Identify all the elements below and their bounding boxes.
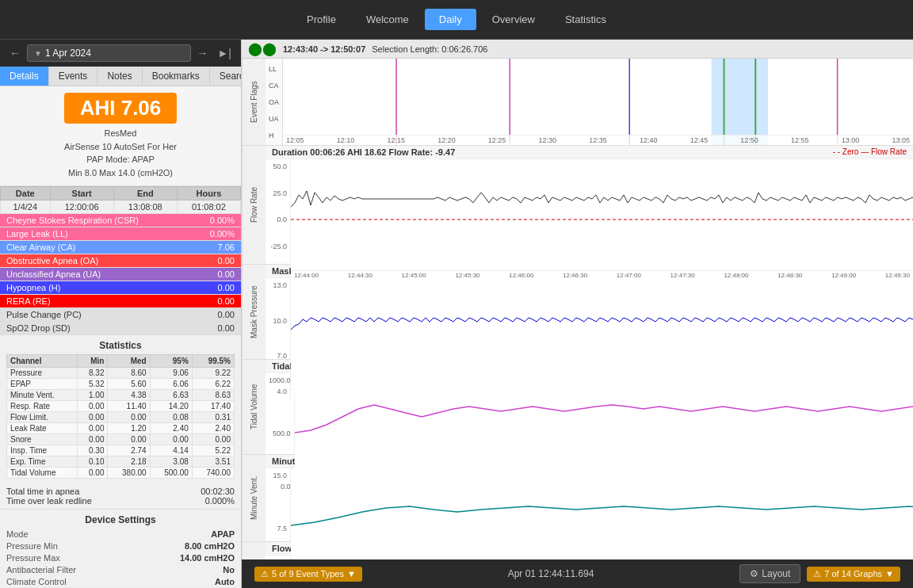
sub-tab-details[interactable]: Details [0,67,49,86]
event-types-dropdown-icon[interactable]: ▼ [347,569,356,578]
stat-col-med: Med [108,355,150,368]
session-start: 12:00:06 [50,200,113,214]
table-cell: 8.32 [78,368,108,379]
pap-mode: PAP Mode: APAP [6,153,235,166]
events-list: Cheyne Stokes Respiration (CSR) 0.00% La… [0,214,241,335]
table-row: Pressure8.328.609.069.22 [7,368,235,379]
table-cell: 9.06 [150,368,192,379]
next-date-button[interactable]: → [194,45,212,61]
col-end: End [113,187,177,200]
totals-section: Total time in apnea 00:02:30 Time over l… [0,483,241,509]
minute-vent-svg-container[interactable]: 12:44:0012:44:3012:45:0012:45:3012:46:00… [291,468,913,559]
prev-date-button[interactable]: ← [6,45,24,61]
table-cell: 380.00 [108,468,150,479]
event-ca[interactable]: Clear Airway (CA) 7.06 [0,241,241,254]
bottom-left: ⚠ 5 of 9 Event Types ▼ [254,567,362,582]
event-sd[interactable]: SpO2 Drop (SD) 0.00 [0,322,241,335]
event-types-warning[interactable]: ⚠ 5 of 9 Event Types ▼ [254,567,362,582]
tab-profile[interactable]: Profile [292,9,350,30]
graphs-warning[interactable]: ⚠ 7 of 14 Graphs ▼ [807,567,900,582]
table-cell: 5.60 [108,379,150,390]
event-h-value: 0.00 [218,283,235,292]
flow-limit-svg-container[interactable]: 12:44:0012:44:3012:45:0012:45:3012:46:00… [291,556,913,559]
table-cell: 500.00 [150,468,192,479]
setting-value: 8.00 cmH2O [185,541,235,551]
last-date-button[interactable]: ►| [215,45,235,61]
table-cell: 0.08 [150,412,192,423]
table-cell: 3.08 [150,456,192,468]
flow-rate-y-axis: 50.025.00.0-25.0-50.0 [265,159,291,280]
ef-label-ca: CA [269,82,279,90]
graphs-dropdown-icon[interactable]: ▼ [885,569,894,578]
table-cell: 6.63 [150,390,192,401]
event-hypopnea[interactable]: Hypopnea (H) 0.00 [0,281,241,295]
ef-label-oa: OA [269,98,279,106]
total-apnea-label: Total time in apnea [6,487,79,496]
table-cell: 0.00 [108,434,150,445]
event-ua[interactable]: Unclassified Apnea (UA) 0.00 [0,268,241,281]
selection-length: Selection Length: 0:06:26.706 [372,44,487,54]
sub-tab-bookmarks[interactable]: Bookmarks [143,67,210,86]
table-cell: Pressure [7,368,78,379]
event-csr[interactable]: Cheyne Stokes Respiration (CSR) 0.00% [0,214,241,227]
device-name: AirSense 10 AutoSet For Her [6,140,235,154]
ef-label-ua: UA [269,115,279,123]
date-controls: ← ▼ 1 Apr 2024 → ►| [0,40,241,67]
table-cell: 6.06 [150,379,192,390]
table-cell: 0.00 [108,412,150,423]
warning-icon-2: ⚠ [813,569,821,579]
table-cell: 0.31 [192,412,234,423]
table-cell: 11.40 [108,401,150,412]
table-row: Flow Limit.0.000.000.080.31 [7,412,235,423]
event-flags-chart[interactable]: 12:0512:1012:1512:2012:2512:3012:3512:40… [283,59,913,145]
event-pc-value: 0.00 [218,310,235,319]
tab-overview[interactable]: Overview [478,9,549,30]
table-row: Resp. Rate0.0011.4014.2017.40 [7,401,235,412]
event-ca-label: Clear Airway (CA) [6,242,75,252]
date-selector[interactable]: ▼ 1 Apr 2024 [27,44,191,62]
table-cell: 4.38 [108,390,150,401]
sub-tab-notes[interactable]: Notes [97,67,142,86]
table-cell: 8.60 [108,368,150,379]
bottom-right: ⚙ Layout ⚠ 7 of 14 Graphs ▼ [739,564,900,583]
table-cell: 5.22 [192,445,234,456]
mask-pressure-content: Mask Pressure: 5.23 — Mask Pressure 13.0… [265,265,913,359]
setting-label: Pressure Min [6,541,58,551]
table-cell: Flow Limit. [7,412,78,423]
table-cell: EPAP [7,379,78,390]
event-ca-value: 7.06 [218,242,235,252]
tab-welcome[interactable]: Welcome [352,9,423,30]
right-panel: ⬤⬤ 12:43:40 -> 12:50:07 Selection Length… [242,40,913,588]
table-cell: Exp. Time [7,456,78,468]
setting-label: Antibacterial Filter [6,565,76,575]
event-oa[interactable]: Obstructive Apnea (OA) 0.00 [0,254,241,268]
table-cell: 5.32 [78,379,108,390]
minute-vent-chart-row: Minute Vent. Minute Vent.: 3.61 — Minute… [242,455,913,542]
table-cell: 0.00 [78,423,108,434]
table-cell: 6.22 [192,379,234,390]
tab-daily[interactable]: Daily [425,9,476,30]
event-ll[interactable]: Large Leak (LL) 0.00% [0,227,241,241]
total-apnea-row: Total time in apnea 00:02:30 [6,487,235,496]
flow-rate-label: Flow Rate [242,146,265,264]
sub-tab-search[interactable]: Search [210,67,242,86]
event-pc-label: Pulse Change (PC) [6,310,82,319]
table-cell: 2.18 [108,456,150,468]
minute-vent-inner: 15.07.50.0 12:44:0012:44:3012:45:0012:45… [265,468,913,559]
event-rera[interactable]: RERA (RE) 0.00 [0,295,241,308]
table-cell: 2.40 [192,423,234,434]
layout-button[interactable]: ⚙ Layout [739,564,800,583]
leak-redline-value: 0.000% [205,496,235,506]
table-cell: 1.20 [108,423,150,434]
svg-rect-12 [291,468,913,559]
event-pc[interactable]: Pulse Change (PC) 0.00 [0,308,241,322]
table-cell: 8.63 [192,390,234,401]
table-cell: 9.22 [192,368,234,379]
table-cell: Tidal Volume [7,468,78,479]
sub-tab-events[interactable]: Events [49,67,98,86]
mask-pressure-chart-row: Mask Pressure Mask Pressure: 5.23 — Mask… [242,265,913,360]
tab-statistics[interactable]: Statistics [551,9,621,30]
event-flags-svg [283,59,913,145]
event-flags-label: Event Flags [242,59,265,145]
flow-rate-svg-container[interactable]: 12:44:0012:44:3012:45:0012:45:3012:46:00… [291,159,913,280]
